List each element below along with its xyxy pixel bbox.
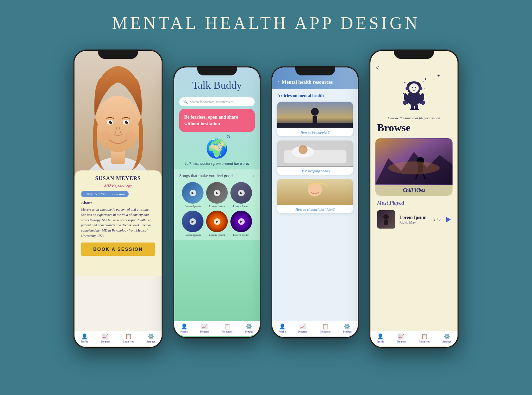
article-img-2 [277,140,353,167]
article-img-3 [277,179,353,205]
chill-vibes-svg [375,138,453,185]
play-btn-3[interactable]: ▶ [238,190,245,196]
svg-point-7 [125,121,128,124]
songs-title: Songs that make you feel good › [179,173,255,179]
nav4-settings[interactable]: ⚙️ Settings [443,333,451,343]
globe-icon: 🌍 [205,138,228,159]
track-artist: Ricki, May [399,220,430,224]
phone-2: Talk Buddy 🔍 Search for doctors, resourc… [173,66,261,339]
song-circle-2: ▶ [206,182,228,204]
svg-point-9 [127,121,128,122]
phones-container: SUSAN MEYERS MD Psychology 100$/Rs 1200 … [0,40,532,348]
song-circle-5: ▶ [206,211,228,232]
svg-rect-14 [313,116,317,124]
globe-section: ✈️ 🌍 Talk with doctors from around the w… [174,135,260,169]
nav-resources-label: Resources [123,340,134,343]
article-caption-3: How to channel positivity? [277,205,353,213]
article-card-1[interactable]: How to be happier? [277,102,353,136]
star-1: ✦ [424,77,427,82]
track-thumbnail [377,210,395,229]
nav3-profile[interactable]: 👤 Profile [279,323,286,333]
resources3-icon: 📋 [322,323,329,330]
svg-point-24 [424,88,425,89]
song-item-6[interactable]: ▶ Lorem Ipsum [230,211,252,237]
article-card-3[interactable]: How to channel positivity? [277,179,353,213]
song-item-2[interactable]: ▶ Lorem Ipsum [206,182,228,208]
song-label-2: Lorem Ipsum [209,205,225,208]
nav2-settings[interactable]: ⚙️ Settings [245,323,254,333]
nav-progress[interactable]: 📈 Progress [101,333,110,343]
star-2: · [434,83,435,88]
browse-subtitle: Choose the tune that fits your mood [370,116,458,120]
nav-resources[interactable]: 📋 Resources [123,333,134,343]
nav2-profile[interactable]: 👤 Profile [181,323,188,333]
phone-1-notch [98,49,138,59]
book-session-button[interactable]: BOOK A SESSION [81,243,155,256]
nav4-profile[interactable]: 👤 Profile [377,333,384,343]
article-svg-2 [277,140,353,167]
nav4-progress[interactable]: 📈 Progress [397,333,406,343]
song-item-1[interactable]: ▶ Lorem Ipsum [182,182,203,208]
article-card-2[interactable]: Best sleeping habits [277,140,353,175]
play-btn-4[interactable]: ▶ [190,218,196,225]
song-item-3[interactable]: ▶ Lorem Ipsum [230,182,252,208]
songs-title-text: Songs that make you feel good [179,173,233,178]
song-label-6: Lorem Ipsum [233,233,249,237]
phone-2-notch [197,66,237,75]
play-btn-5[interactable]: ▶ [214,218,220,225]
nav2-progress[interactable]: 📈 Progress [200,323,209,333]
nav2-settings-label: Settings [245,330,254,333]
nav-settings[interactable]: ⚙️ Settings [147,333,155,343]
svg-point-41 [419,86,423,90]
doctor-photo [74,51,162,177]
settings3-icon: ⚙️ [344,323,350,330]
nav4-progress-label: Progress [397,340,406,343]
astronaut-section: ✦ · ✦ [370,73,458,113]
phone-3-navbar: 👤 Profile 📈 Progress 📋 Resources ⚙️ Sett… [272,321,358,336]
play-btn-1[interactable]: ▶ [190,190,196,196]
progress4-icon: 📈 [398,333,405,340]
phone-4-navbar: 👤 Profile 📈 Progress 📋 Resources ⚙️ Sett… [370,331,458,346]
play-btn-6[interactable]: ▶ [238,218,245,225]
price-badge: 100$/Rs 1200 for a session [81,191,129,197]
song-item-4[interactable]: ▶ Lorem Ipsum [182,211,203,237]
nav3-profile-label: Profile [279,330,286,333]
profile-icon: 👤 [81,333,88,340]
astronaut-icon [399,77,429,110]
svg-point-19 [299,145,308,154]
play-btn-2[interactable]: ▶ [214,190,220,196]
nav3-progress[interactable]: 📈 Progress [298,323,308,333]
svg-point-11 [125,131,135,140]
song-label-1: Lorem Ipsum [185,205,201,208]
track-item-1[interactable]: Lorem Ipsum Ricki, May 2:45 [370,208,458,231]
nav3-resources[interactable]: 📋 Resources [320,323,331,333]
talkbuddy-title: Talk Buddy [179,79,255,91]
nav4-settings-label: Settings [443,340,451,343]
songs-arrow[interactable]: › [253,173,255,179]
svg-point-48 [388,161,440,174]
nav-profile[interactable]: 👤 Profile [81,333,88,343]
search-bar[interactable]: 🔍 Search for doctors, resources etc... [179,97,255,106]
nav3-settings[interactable]: ⚙️ Settings [343,323,352,333]
song-label-4: Lorem Ipsum [185,233,201,237]
nav4-resources[interactable]: 📋 Resources [419,333,430,343]
back-icon-3[interactable]: ‹ [277,79,279,85]
star-3: ✦ [437,73,440,78]
song-circle-4: ▶ [182,211,203,232]
song-item-5[interactable]: ▶ Lorem Ipsum [206,211,228,237]
phone-4-screen: < [370,51,458,347]
nav2-resources[interactable]: 📋 Resources [221,323,232,333]
svg-point-8 [111,121,112,122]
phone-1-navbar: 👤 Profile 📈 Progress 📋 Resources ⚙️ Sett… [74,331,162,346]
phone-3: ‹ Mental health resources Articles on me… [271,66,359,339]
chill-vibes-image [375,138,453,185]
chill-vibes-card[interactable]: Chill Vibes [375,138,453,196]
progress3-icon: 📈 [299,323,306,330]
resources-icon: 📋 [125,333,132,340]
svg-point-25 [403,93,404,94]
song-circle-3: ▶ [230,182,252,204]
song-circle-6: ▶ [230,211,252,232]
song-label-3: Lorem Ipsum [233,205,249,208]
play-button[interactable] [446,217,451,222]
track-name: Lorem Ipsum [399,215,430,220]
